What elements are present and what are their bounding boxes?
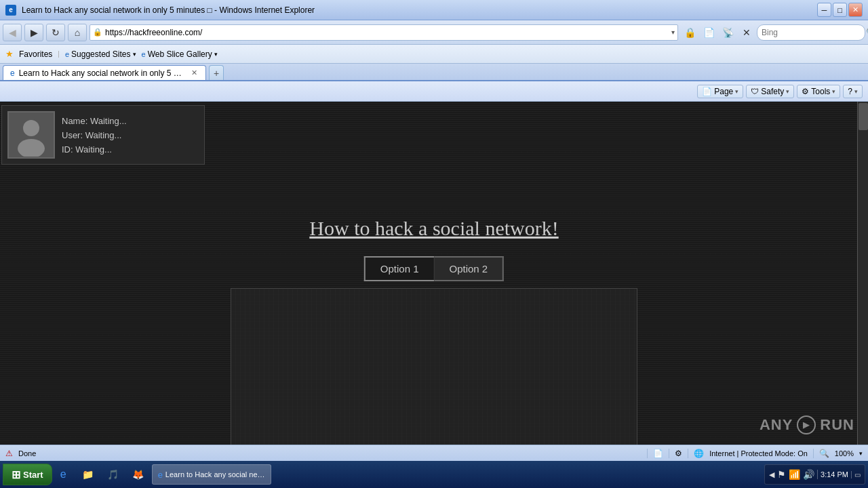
page-icon: 📄 — [702, 87, 712, 96]
ie-task-icon: e — [158, 470, 163, 480]
home-button[interactable]: ⌂ — [68, 24, 87, 41]
minimize-button[interactable]: ─ — [817, 3, 831, 17]
tray-arrow-icon[interactable]: ◀ — [769, 470, 774, 479]
safety-icon: 🛡 — [751, 87, 759, 96]
tab-close-button[interactable]: ✕ — [191, 68, 199, 78]
taskbar-ie-task[interactable]: e Learn to Hack any social ne… — [152, 464, 271, 485]
favorites-star-icon: ★ — [5, 49, 14, 59]
taskbar-ie-launcher[interactable]: e — [55, 464, 74, 485]
ie-task-label: Learn to Hack any social ne… — [165, 470, 265, 479]
system-clock[interactable]: 3:14 PM — [821, 470, 848, 479]
help-dropdown-icon: ▾ — [854, 88, 858, 95]
help-label: ? — [848, 87, 852, 96]
window-title: Learn to Hack any social network in only… — [22, 5, 812, 15]
status-div3 — [688, 449, 688, 458]
system-tray: ◀ ⚑ 📶 🔊 3:14 PM ▭ — [764, 464, 865, 485]
clock-time: 3:14 PM — [821, 470, 848, 479]
lock-icon[interactable]: 🔒 — [681, 24, 698, 41]
status-gear-icon: ⚙ — [675, 449, 682, 458]
favorites-label: Favorites — [19, 49, 52, 59]
close-button[interactable]: ✕ — [848, 3, 863, 17]
help-menu-button[interactable]: ? ▾ — [843, 85, 863, 98]
title-bar: e Learn to Hack any social network in on… — [0, 0, 868, 20]
active-tab[interactable]: e Learn to Hack any social network in on… — [3, 65, 206, 80]
maximize-button[interactable]: □ — [833, 3, 847, 17]
zone-text: Internet | Protected Mode: On — [709, 449, 808, 458]
option2-button[interactable]: Option 2 — [435, 256, 505, 281]
scrollbar-thumb[interactable] — [859, 103, 868, 130]
option1-button[interactable]: Option 1 — [364, 256, 435, 281]
page-menu-button[interactable]: 📄 Page ▾ — [697, 85, 743, 98]
start-label: Start — [23, 470, 43, 480]
web-slice-gallery-label: Web Slice Gallery — [148, 49, 212, 59]
refresh-button[interactable]: ↻ — [46, 24, 65, 41]
wsg-dropdown-icon[interactable]: ▾ — [214, 51, 218, 58]
stop-button[interactable]: ✕ — [738, 24, 755, 41]
taskbar-media-button[interactable]: 🎵 — [102, 464, 124, 485]
show-desktop-icon[interactable]: ▭ — [851, 471, 861, 479]
favorites-bar: ★ Favorites | e Suggested Sites ▾ e Web … — [0, 45, 868, 64]
zoom-dropdown-icon[interactable]: ▾ — [859, 450, 863, 457]
anyrun-any-text: ANY — [760, 416, 793, 434]
forward-button[interactable]: ▶ — [24, 24, 43, 41]
tray-divider — [817, 470, 818, 479]
tools-dropdown-icon: ▾ — [832, 88, 835, 95]
tray-network-icon[interactable]: 📶 — [789, 469, 800, 480]
avatar-image — [9, 113, 53, 157]
profile-info: Name: Waiting... User: Waiting... ID: Wa… — [62, 111, 127, 159]
page-dropdown-icon: ▾ — [735, 88, 738, 95]
status-page-icon: 📄 — [653, 449, 663, 458]
taskbar-folder-button[interactable]: 📁 — [77, 464, 99, 485]
address-bar[interactable]: 🔒 ▾ — [90, 24, 678, 41]
safety-menu-button[interactable]: 🛡 Safety ▾ — [746, 85, 794, 98]
page-label: Page — [714, 87, 733, 96]
status-text: Done — [18, 449, 642, 458]
status-div2 — [669, 449, 669, 458]
profile-card: Name: Waiting... User: Waiting... ID: Wa… — [1, 105, 205, 165]
web-slice-gallery-item[interactable]: e Web Slice Gallery ▾ — [142, 49, 218, 59]
address-dropdown-arrow[interactable]: ▾ — [671, 28, 675, 36]
search-bar[interactable]: 🔍 — [757, 24, 865, 41]
back-button[interactable]: ◀ — [3, 24, 22, 41]
rss-icon[interactable]: 📡 — [719, 24, 736, 41]
options-row: Option 1 Option 2 — [364, 256, 504, 281]
new-tab-button[interactable]: + — [209, 65, 224, 80]
status-right: 📄 ⚙ 🌐 Internet | Protected Mode: On 🔍 10… — [647, 449, 863, 458]
ie-taskbar-icon: e — [60, 468, 66, 481]
search-input[interactable] — [762, 28, 863, 37]
folder-icon: 📁 — [82, 469, 94, 480]
profile-name: Name: Waiting... — [62, 116, 127, 126]
suggested-dropdown-icon[interactable]: ▾ — [133, 51, 136, 58]
scrollbar-track[interactable] — [857, 102, 868, 445]
taskbar-firefox-button[interactable]: 🦊 — [127, 464, 149, 485]
suggested-sites-item[interactable]: e Suggested Sites ▾ — [65, 49, 136, 59]
zoom-icon: 🔍 — [819, 449, 829, 458]
address-input[interactable] — [105, 28, 669, 37]
profile-avatar — [7, 111, 55, 159]
profile-user: User: Waiting... — [62, 130, 127, 140]
tab-ie-icon: e — [10, 68, 15, 78]
tools-label: Tools — [811, 87, 830, 96]
ie-wsg-icon: e — [142, 50, 146, 58]
status-bar: ⚠ Done 📄 ⚙ 🌐 Internet | Protected Mode: … — [0, 445, 868, 461]
tools-menu-button[interactable]: ⚙ Tools ▾ — [797, 85, 840, 98]
window-controls: ─ □ ✕ — [817, 3, 863, 17]
tools-icon: ⚙ — [802, 87, 809, 96]
ie-suggested-icon: e — [65, 50, 69, 58]
tray-flag-icon[interactable]: ⚑ — [777, 469, 786, 480]
safety-dropdown-icon: ▾ — [786, 88, 789, 95]
tray-sound-icon[interactable]: 🔊 — [803, 469, 814, 480]
status-warning-icon: ⚠ — [5, 449, 13, 458]
safety-label: Safety — [761, 87, 784, 96]
favorites-item[interactable]: Favorites — [19, 49, 52, 59]
start-button[interactable]: ⊞ Start — [3, 464, 52, 485]
anyrun-run-text: RUN — [820, 416, 854, 434]
content-panel — [231, 288, 637, 445]
navigation-bar: ◀ ▶ ↻ ⌂ 🔒 ▾ 🔒 📄 📡 ✕ 🔍 — [0, 20, 868, 45]
status-div1 — [647, 449, 648, 458]
certificate-icon[interactable]: 📄 — [700, 24, 717, 41]
zoom-text: 100% — [835, 449, 854, 458]
tab-label: Learn to Hack any social network in only… — [19, 68, 186, 78]
anyrun-logo: ANY ▶ RUN — [760, 415, 854, 434]
windows-logo-icon: ⊞ — [12, 468, 20, 481]
